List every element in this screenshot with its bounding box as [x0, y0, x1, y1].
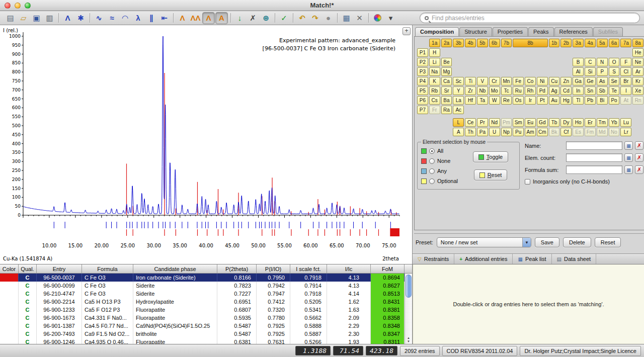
result-row-96-500-0037[interactable]: C96-500-0037C Fe O3Iron carbonate (Sider… — [0, 274, 412, 282]
automatic-processing-icon[interactable]: A — [215, 12, 228, 24]
element-Cr[interactable]: Cr — [489, 77, 500, 85]
new-document-icon[interactable]: ▤ — [4, 12, 17, 24]
group-button-6a[interactable]: 6a — [609, 39, 620, 47]
element-Sn[interactable]: Sn — [585, 86, 596, 95]
matching-drop-zone[interactable]: Double-click or drag entries here to sel… — [413, 264, 644, 344]
element-Pt[interactable]: Pt — [537, 96, 548, 105]
element-Ra[interactable]: Ra — [441, 106, 452, 114]
element-Au[interactable]: Au — [549, 96, 560, 105]
element-Hf[interactable]: Hf — [465, 96, 476, 105]
element-W[interactable]: W — [489, 96, 500, 105]
radio-any[interactable] — [429, 168, 435, 174]
element-Y[interactable]: Y — [453, 86, 464, 95]
element-Nb[interactable]: Nb — [477, 86, 488, 95]
radio-all[interactable] — [429, 148, 435, 154]
group-button-5a[interactable]: 5a — [597, 39, 608, 47]
element-Mg[interactable]: Mg — [441, 67, 452, 76]
element-S[interactable]: S — [609, 67, 620, 76]
element-O[interactable]: O — [609, 58, 620, 66]
group-button-4b[interactable]: 4b — [465, 39, 476, 47]
smooth-pattern-icon[interactable]: ≈ — [106, 12, 118, 24]
element-Ba[interactable]: Ba — [441, 96, 452, 105]
element-Pm[interactable]: Pm — [501, 118, 512, 127]
column-header-i-ic[interactable]: I/Ic — [327, 264, 371, 273]
element-Rn[interactable]: Rn — [632, 96, 643, 105]
tab-properties[interactable]: Properties — [493, 27, 528, 36]
group-button-7a[interactable]: 7a — [620, 39, 631, 47]
pattern-settings-icon[interactable]: ✱ — [74, 12, 87, 24]
formula-sum-field[interactable] — [566, 165, 622, 174]
element-Re[interactable]: Re — [501, 96, 512, 105]
period-label-P7[interactable]: P7 — [417, 106, 428, 114]
group-button-2a[interactable]: 2a — [441, 39, 452, 47]
result-row-96-900-1673[interactable]: C96-900-1673Ca4.331 F Na0...Fluorapatite… — [0, 314, 412, 322]
preset-reset-button[interactable]: Reset — [595, 237, 621, 247]
element-Cm[interactable]: Cm — [537, 128, 548, 136]
element-Pd[interactable]: Pd — [537, 86, 548, 95]
element-Zn[interactable]: Zn — [560, 77, 572, 85]
element-Ge[interactable]: Ge — [585, 77, 596, 85]
element-Sb[interactable]: Sb — [597, 86, 608, 95]
element-Fr[interactable]: Fr — [429, 106, 440, 114]
element-Be[interactable]: Be — [441, 58, 452, 66]
group-button-6b[interactable]: 6b — [489, 39, 500, 47]
element-He[interactable]: He — [632, 48, 643, 57]
element-Mn[interactable]: Mn — [501, 77, 512, 85]
element-Cl[interactable]: Cl — [620, 67, 631, 76]
element-Nd[interactable]: Nd — [489, 118, 500, 127]
pattern-graphics-pane[interactable]: 0501001502002503003504004505005506006507… — [0, 25, 413, 264]
group-button-2b[interactable]: 2b — [560, 39, 572, 47]
element-As[interactable]: As — [597, 77, 608, 85]
group-button-7b[interactable]: 7b — [501, 39, 512, 47]
period-label-P5[interactable]: P5 — [417, 86, 428, 95]
redo-icon[interactable]: ↷ — [309, 12, 321, 24]
element-Tc[interactable]: Tc — [501, 86, 512, 95]
group-button-8a[interactable]: 8a — [632, 39, 643, 47]
element-Ni[interactable]: Ni — [537, 77, 548, 85]
element-In[interactable]: In — [573, 86, 584, 95]
zoom-in-button[interactable]: + — [403, 27, 411, 35]
element-Np[interactable]: Np — [501, 128, 512, 136]
element-Dy[interactable]: Dy — [560, 118, 572, 127]
database-manager-icon[interactable]: ▦ — [340, 12, 353, 24]
element-Pr[interactable]: Pr — [477, 118, 488, 127]
fit-peaks-icon[interactable]: Λ — [202, 12, 215, 24]
element-Gd[interactable]: Gd — [537, 118, 548, 127]
delete-matches-icon[interactable]: ✗ — [247, 12, 259, 24]
element-Tl[interactable]: Tl — [573, 96, 584, 105]
preset-save-button[interactable]: Save — [535, 237, 559, 247]
element-Ti[interactable]: Ti — [465, 77, 476, 85]
formula-clear-button[interactable]: ✗ — [635, 165, 643, 174]
group-button-1a[interactable]: 1a — [429, 39, 440, 47]
subtab-restraints[interactable]: ▽Restraints — [413, 254, 454, 264]
element-V[interactable]: V — [477, 77, 488, 85]
element-Pu[interactable]: Pu — [513, 128, 524, 136]
selection-option-any[interactable]: Any — [421, 166, 465, 176]
element-Fm[interactable]: Fm — [585, 128, 596, 136]
quality-check-icon[interactable]: ✓ — [278, 12, 290, 24]
open-file-icon[interactable]: ▱ — [17, 12, 30, 24]
group-button-5b[interactable]: 5b — [477, 39, 488, 47]
element-Pa[interactable]: Pa — [477, 128, 488, 136]
inorganics-only-checkbox[interactable] — [525, 179, 530, 185]
name-periodic-table-button[interactable]: ▦ — [624, 141, 633, 150]
column-header-qual[interactable]: Qual. — [19, 264, 37, 273]
element-Bi[interactable]: Bi — [597, 96, 608, 105]
element-Na[interactable]: Na — [429, 67, 440, 76]
element-Os[interactable]: Os — [513, 96, 524, 105]
period-label-P4[interactable]: P4 — [417, 77, 428, 85]
diffraction-chart[interactable]: 0501001502002503003504004505005506006507… — [0, 25, 413, 264]
element-Rh[interactable]: Rh — [525, 86, 536, 95]
radio-optional[interactable] — [429, 178, 435, 184]
scrollbar-arrows[interactable]: ▲▼ — [405, 336, 412, 343]
result-row-96-900-0099[interactable]: C96-900-0099C Fe O3Siderite0.78230.79420… — [0, 282, 412, 290]
element-Ne[interactable]: Ne — [632, 58, 643, 66]
group-button-1b[interactable]: 1b — [549, 39, 560, 47]
element-Br[interactable]: Br — [620, 77, 631, 85]
name-clear-button[interactable]: ✗ — [635, 141, 643, 150]
save-icon[interactable]: ▣ — [30, 12, 43, 24]
element-Co[interactable]: Co — [525, 77, 536, 85]
print-icon[interactable]: ▥ — [43, 12, 56, 24]
element-Rb[interactable]: Rb — [429, 86, 440, 95]
column-header-fom[interactable]: FoM — [371, 264, 405, 273]
